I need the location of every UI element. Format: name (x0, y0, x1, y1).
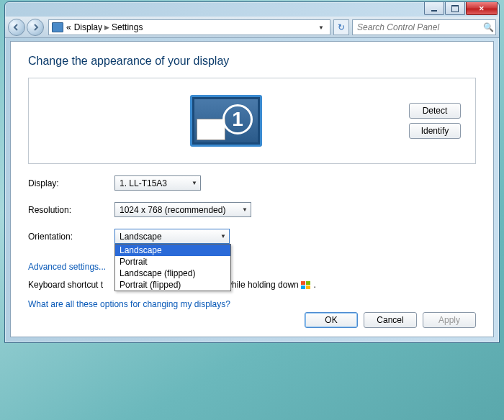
windows-logo-icon (301, 281, 311, 290)
orientation-option[interactable]: Portrait (flipped) (115, 279, 230, 291)
resolution-combo[interactable]: 1024 x 768 (recommended) ▼ (114, 202, 251, 217)
titlebar (5, 2, 499, 17)
resolution-label: Resolution: (28, 205, 114, 215)
action-bar: OK Cancel Apply (305, 312, 476, 328)
display-combo[interactable]: 1. LL-T15A3 ▼ (114, 175, 201, 191)
orientation-option[interactable]: Portrait (115, 256, 230, 268)
search-input[interactable] (353, 22, 481, 32)
display-label: Display: (28, 178, 114, 188)
preview-buttons: Detect Identify (409, 103, 461, 139)
monitor-thumbnail[interactable]: 1 (190, 95, 262, 147)
cancel-button[interactable]: Cancel (364, 312, 417, 328)
breadcrumb-separator-icon: ▶ (104, 24, 109, 31)
orientation-value: Landscape (120, 232, 162, 242)
window-preview (197, 119, 225, 140)
help-link[interactable]: What are all these options for changing … (28, 299, 230, 309)
back-button[interactable] (8, 19, 25, 36)
orientation-option[interactable]: Landscape (flipped) (115, 268, 230, 279)
control-panel-window: « Display ▶ Settings ▼ ↻ 🔍 Change the ap… (4, 1, 500, 343)
maximize-button[interactable] (445, 2, 465, 15)
kbd-text-prefix: Keyboard shortcut t (28, 280, 103, 290)
ok-button[interactable]: OK (305, 312, 358, 328)
page-title: Change the appearance of your display (28, 55, 476, 68)
orientation-dropdown: Landscape Portrait Landscape (flipped) P… (114, 244, 231, 291)
minimize-button[interactable] (424, 2, 444, 15)
display-preview-box: 1 Detect Identify (28, 78, 476, 164)
breadcrumb-item[interactable]: Settings (112, 22, 143, 32)
preview-center: 1 (43, 95, 409, 147)
chevron-down-icon: ▼ (220, 233, 226, 239)
kbd-text-period: . (313, 280, 315, 290)
forward-button[interactable] (27, 19, 44, 36)
detect-button[interactable]: Detect (409, 103, 461, 119)
address-dropdown-icon[interactable]: ▼ (315, 24, 327, 31)
orientation-label: Orientation: (28, 232, 114, 242)
chevron-down-icon: ▼ (192, 180, 197, 186)
display-row: Display: 1. LL-T15A3 ▼ (28, 175, 476, 191)
search-box: 🔍 (352, 19, 496, 35)
display-icon (52, 22, 63, 32)
breadcrumb-prefix: « (66, 22, 71, 32)
help-row: What are all these options for changing … (28, 297, 476, 310)
address-bar[interactable]: « Display ▶ Settings ▼ (48, 19, 330, 35)
orientation-combo[interactable]: Landscape ▼ (114, 229, 230, 244)
client-area: Change the appearance of your display 1 … (10, 41, 494, 337)
arrow-right-icon (31, 23, 40, 32)
apply-button[interactable]: Apply (423, 312, 476, 328)
identify-button[interactable]: Identify (409, 123, 461, 139)
keyboard-shortcut-row: Keyboard shortcut t Tap P while holding … (28, 280, 476, 290)
orientation-option[interactable]: Landscape (115, 245, 230, 256)
close-button[interactable] (466, 2, 498, 15)
arrow-left-icon (12, 23, 21, 32)
search-icon[interactable]: 🔍 (481, 22, 495, 32)
refresh-icon: ↻ (338, 22, 345, 32)
navbar: « Display ▶ Settings ▼ ↻ 🔍 (5, 17, 499, 38)
resolution-value: 1024 x 768 (recommended) (120, 205, 225, 215)
display-value: 1. LL-T15A3 (120, 178, 167, 188)
advanced-row: Advanced settings... (28, 260, 476, 273)
orientation-row: Orientation: Landscape ▼ Landscape Portr… (28, 229, 476, 244)
advanced-settings-link[interactable]: Advanced settings... (28, 262, 106, 272)
chevron-down-icon: ▼ (242, 206, 248, 213)
resolution-row: Resolution: 1024 x 768 (recommended) ▼ (28, 202, 476, 217)
refresh-button[interactable]: ↻ (333, 19, 349, 35)
breadcrumb-item[interactable]: Display (74, 22, 102, 32)
monitor-number: 1 (222, 104, 253, 134)
